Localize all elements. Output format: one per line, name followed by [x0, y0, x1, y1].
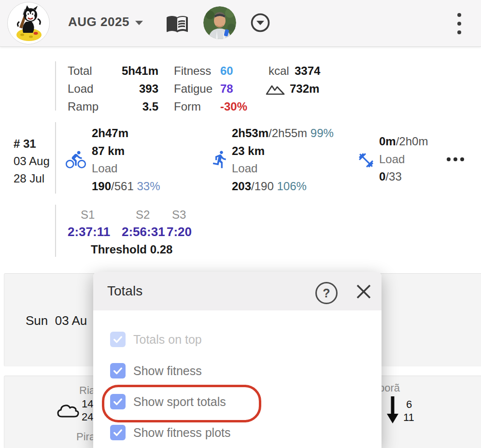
run-time-target: /2h55m	[269, 126, 307, 140]
help-button[interactable]: ?	[315, 282, 338, 304]
threshold-value: Threshold 0.28	[91, 243, 172, 256]
ride-load-target: /561	[111, 180, 134, 193]
strength-load-actual: 0	[379, 170, 385, 183]
kebab-dot	[457, 30, 461, 34]
kcal-label: kcal	[269, 64, 295, 78]
ride-load-actual: 190	[92, 180, 111, 193]
summary-divider	[55, 61, 56, 111]
option-label: Show fitness	[133, 364, 202, 378]
run-load-target: /190	[251, 180, 274, 193]
s3-header: S3	[172, 208, 186, 222]
option-show-fitness[interactable]: Show fitness	[110, 363, 202, 378]
run-load-label: Load	[232, 162, 257, 175]
profile-avatar[interactable]	[203, 6, 236, 39]
option-show-fitness-plots[interactable]: Show fitness plots	[110, 425, 231, 440]
option-label: Show fitness plots	[133, 426, 231, 440]
profile-photo	[203, 6, 236, 39]
run-load-actual: 203	[232, 180, 251, 193]
strength-totals[interactable]: 0m/2h0m Load 0/33	[379, 133, 428, 186]
wind-top: 6	[406, 398, 412, 411]
kebab-dot	[457, 22, 461, 26]
cloud-icon	[56, 399, 81, 419]
ride-totals[interactable]: 2h47m 87 km Load 190/561 33%	[92, 125, 160, 195]
week-end-date: 03 Aug	[14, 153, 50, 170]
ramp-label: Ramp	[68, 100, 110, 113]
ride-time: 2h47m	[92, 126, 128, 140]
checkbox-checked-disabled-icon	[110, 332, 126, 347]
summary-row-3: Ramp 3.5 Form -30%	[68, 98, 320, 115]
checkbox-checked-icon[interactable]	[110, 363, 126, 378]
total-value: 5h41m	[110, 64, 158, 78]
week-summary-totals: Total 5h41m Fitness 60 kcal 3374 Load 39…	[68, 62, 320, 115]
run-time-actual: 2h53m	[232, 126, 269, 140]
overflow-menu-button[interactable]	[454, 13, 464, 34]
ride-load-label: Load	[92, 162, 117, 175]
circle-down-icon	[250, 13, 270, 33]
option-label: Totals on top	[133, 333, 202, 347]
run-time-pct: 99%	[311, 126, 334, 140]
total-label: Total	[68, 64, 110, 78]
summary-row-1: Total 5h41m Fitness 60 kcal 3374	[68, 62, 320, 80]
form-label: Form	[174, 100, 220, 113]
form-value: -30%	[220, 100, 247, 113]
s1-time: 2:37:11	[68, 224, 110, 239]
elevation-value: 732m	[290, 82, 319, 96]
felix-cat-logo[interactable]	[7, 2, 50, 44]
weather-location-bottom: Pira	[76, 431, 95, 443]
load-label: Load	[68, 82, 110, 96]
wind-arrow-down-icon	[386, 394, 399, 425]
dot	[447, 157, 451, 161]
fitness-value: 60	[220, 64, 262, 78]
sessions-divider	[55, 205, 56, 257]
week-start-date: 28 Jul	[14, 170, 50, 187]
book-icon	[165, 12, 189, 35]
ramp-value: 3.5	[110, 100, 158, 113]
question-mark-icon: ?	[323, 286, 330, 300]
chevron-down-icon	[135, 21, 143, 25]
option-label: Show sport totals	[133, 395, 226, 409]
totals-dialog-header: Totals ?	[93, 272, 382, 310]
load-value: 393	[110, 82, 158, 96]
bike-icon	[66, 150, 86, 170]
temp-bottom: 24	[82, 410, 93, 423]
kcal-value: 3374	[295, 64, 320, 78]
ride-distance: 87 km	[92, 144, 125, 157]
strength-load-target: /33	[385, 170, 401, 183]
ride-load-pct: 33%	[137, 180, 160, 193]
strength-icon	[357, 152, 375, 169]
calendar-book-button[interactable]	[165, 12, 189, 35]
week-number: # 31	[14, 135, 50, 153]
day-row-label: Sun 03 Au	[26, 313, 87, 328]
fatigue-label: Fatigue	[174, 82, 220, 96]
s1-header: S1	[81, 208, 95, 222]
week-divider	[55, 122, 56, 194]
strength-time-actual: 0m	[379, 135, 396, 148]
option-show-sport-totals[interactable]: Show sport totals	[110, 394, 226, 409]
s2-header: S2	[136, 208, 150, 222]
fitness-label: Fitness	[174, 64, 220, 78]
strength-time-target: /2h0m	[396, 135, 428, 148]
run-load-pct: 106%	[277, 180, 306, 193]
s2-time: 2:56:31	[122, 224, 165, 239]
summary-row-2: Load 393 Fatigue 78 732m	[68, 80, 320, 98]
checkbox-checked-icon[interactable]	[110, 425, 126, 440]
scroll-to-today-button[interactable]	[250, 13, 270, 33]
fatigue-value: 78	[220, 82, 262, 96]
top-app-bar: AUG 2025	[0, 0, 481, 47]
strength-load-label: Load	[379, 153, 405, 166]
dialog-title: Totals	[107, 283, 142, 299]
s3-time: 7:20	[167, 224, 192, 239]
run-totals[interactable]: 2h53m/2h55m 99% 23 km Load 203/190 106%	[232, 125, 334, 195]
wind-bottom: 11	[403, 411, 414, 424]
option-totals-on-top: Totals on top	[110, 332, 202, 347]
run-distance: 23 km	[232, 144, 265, 157]
run-icon	[211, 150, 230, 169]
checkbox-checked-icon[interactable]	[110, 394, 126, 409]
month-selector[interactable]: AUG 2025	[68, 14, 143, 29]
temp-top: 14	[82, 397, 93, 410]
felix-cat-illustration	[8, 2, 49, 44]
week-more-menu-button[interactable]	[447, 157, 464, 161]
kebab-dot	[457, 13, 461, 17]
app-page: AUG 2025	[0, 0, 481, 448]
close-icon[interactable]	[355, 283, 372, 300]
